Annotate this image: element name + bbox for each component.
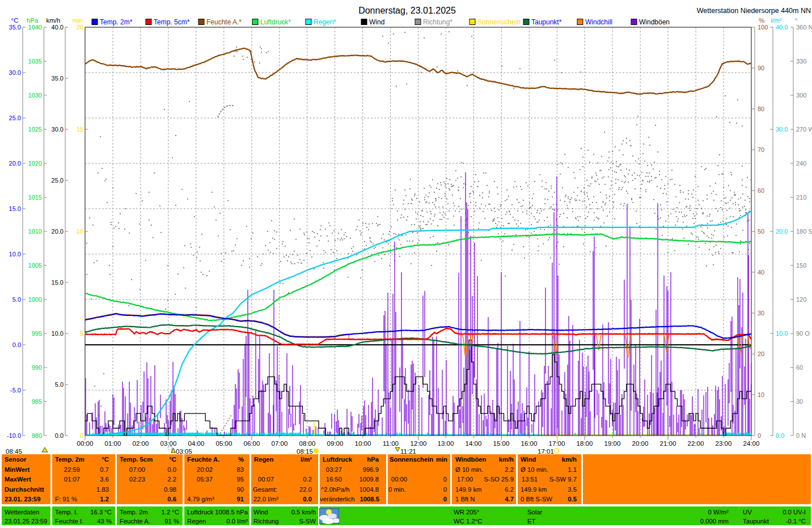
- svg-text:12:00: 12:00: [411, 440, 427, 447]
- svg-text:17:00: 17:00: [549, 440, 565, 447]
- svg-text:min: min: [73, 17, 83, 24]
- svg-text:1030: 1030: [28, 92, 42, 99]
- svg-text:5.0: 5.0: [12, 296, 21, 303]
- svg-text:13:00: 13:00: [438, 440, 454, 447]
- svg-text:18:00: 18:00: [577, 440, 593, 447]
- svg-text:04:00: 04:00: [188, 440, 205, 447]
- svg-text:985: 985: [32, 398, 42, 405]
- svg-text:16:00: 16:00: [521, 440, 538, 447]
- svg-text:25.0: 25.0: [52, 177, 64, 184]
- svg-text:l/m²: l/m²: [771, 17, 781, 24]
- svg-text:30.0: 30.0: [52, 126, 64, 133]
- svg-text:09:00: 09:00: [327, 440, 344, 447]
- svg-text:90: 90: [758, 65, 764, 71]
- svg-text:30.0: 30.0: [9, 69, 21, 76]
- svg-text:Taupunkt*: Taupunkt*: [531, 18, 562, 26]
- svg-text:35.0: 35.0: [9, 24, 21, 31]
- svg-text:0: 0: [80, 432, 83, 439]
- svg-text:15.0: 15.0: [52, 279, 64, 286]
- svg-text:02:00: 02:00: [133, 440, 149, 447]
- svg-text:5: 5: [80, 330, 83, 337]
- svg-text:35.0: 35.0: [52, 75, 64, 82]
- svg-text:03:00: 03:00: [160, 440, 177, 447]
- svg-text:20:00: 20:00: [632, 440, 649, 447]
- svg-text:120: 120: [796, 296, 806, 303]
- svg-text:22:00: 22:00: [688, 440, 704, 447]
- svg-text:360 N: 360 N: [796, 24, 812, 31]
- svg-text:990: 990: [32, 364, 42, 371]
- svg-text:40.0: 40.0: [776, 24, 788, 31]
- svg-text:30: 30: [796, 398, 803, 405]
- svg-text:11:00: 11:00: [383, 440, 399, 447]
- svg-text:980: 980: [32, 432, 42, 439]
- svg-text:90 O: 90 O: [796, 330, 810, 337]
- svg-text:07:00: 07:00: [272, 440, 288, 447]
- svg-text:1025: 1025: [28, 126, 42, 133]
- svg-text:Donnerstag, 23.01.2025: Donnerstag, 23.01.2025: [358, 6, 456, 15]
- svg-text:60: 60: [796, 364, 803, 371]
- svg-text:1000: 1000: [28, 296, 42, 303]
- svg-text:270 W: 270 W: [796, 126, 812, 133]
- svg-text:14:00: 14:00: [466, 440, 482, 447]
- svg-text:330: 330: [796, 58, 806, 65]
- svg-text:05:00: 05:00: [216, 440, 232, 447]
- svg-text:-5.0: -5.0: [10, 387, 21, 394]
- svg-text:15: 15: [77, 126, 83, 133]
- svg-text:1040: 1040: [28, 24, 42, 31]
- svg-text:%: %: [759, 17, 764, 24]
- svg-text:Regen*: Regen*: [314, 18, 336, 26]
- svg-text:Sonnenschein: Sonnenschein: [477, 18, 521, 26]
- svg-text:20.0: 20.0: [9, 160, 21, 167]
- svg-text:0: 0: [758, 432, 761, 439]
- svg-text:21:00: 21:00: [660, 440, 676, 447]
- svg-text:°C: °C: [11, 17, 19, 24]
- svg-text:1035: 1035: [28, 58, 42, 65]
- svg-text:40: 40: [758, 269, 764, 276]
- svg-text:1010: 1010: [28, 228, 42, 235]
- svg-text:1020: 1020: [28, 160, 42, 167]
- svg-text:10: 10: [77, 228, 83, 235]
- svg-text:00:00: 00:00: [77, 440, 94, 447]
- svg-text:995: 995: [32, 330, 42, 337]
- svg-text:08:00: 08:00: [299, 440, 316, 447]
- svg-text:20: 20: [758, 350, 764, 357]
- svg-text:°: °: [795, 17, 798, 24]
- svg-text:100: 100: [758, 24, 768, 31]
- svg-text:Windchill: Windchill: [585, 18, 612, 26]
- svg-text:25.0: 25.0: [9, 115, 21, 121]
- svg-text:180 S: 180 S: [796, 228, 812, 235]
- svg-text:15:00: 15:00: [493, 440, 510, 447]
- svg-text:Temp. 2m*: Temp. 2m*: [100, 18, 133, 26]
- svg-text:1005: 1005: [28, 262, 42, 269]
- svg-text:Temp. 5cm*: Temp. 5cm*: [154, 18, 190, 26]
- svg-text:24:00: 24:00: [743, 440, 760, 447]
- svg-text:Wind: Wind: [369, 18, 384, 26]
- svg-text:20: 20: [77, 24, 83, 31]
- svg-text:240: 240: [796, 160, 806, 167]
- svg-text:15.0: 15.0: [9, 205, 21, 212]
- svg-text:150: 150: [796, 262, 806, 269]
- svg-text:Windböen: Windböen: [639, 18, 670, 26]
- svg-text:10:00: 10:00: [355, 440, 371, 447]
- svg-text:0 N: 0 N: [796, 432, 806, 439]
- svg-text:19:00: 19:00: [604, 440, 621, 447]
- svg-text:0.0: 0.0: [12, 341, 21, 348]
- svg-text:0.0: 0.0: [55, 432, 64, 439]
- svg-text:10.0: 10.0: [9, 251, 21, 257]
- svg-text:hPa: hPa: [27, 17, 39, 24]
- svg-text:20.0: 20.0: [776, 228, 788, 235]
- svg-text:30.0: 30.0: [776, 126, 788, 133]
- svg-text:Richtung*: Richtung*: [423, 18, 452, 26]
- svg-text:80: 80: [758, 105, 764, 112]
- svg-text:10.0: 10.0: [776, 330, 788, 337]
- svg-text:0.0: 0.0: [776, 432, 784, 439]
- svg-text:10: 10: [758, 391, 764, 398]
- svg-text:5.0: 5.0: [55, 381, 64, 388]
- svg-text:40.0: 40.0: [52, 24, 64, 31]
- svg-text:Luftdruck*: Luftdruck*: [260, 18, 291, 26]
- svg-text:50: 50: [758, 228, 764, 235]
- svg-text:210: 210: [796, 194, 806, 201]
- svg-text:km/h: km/h: [46, 17, 61, 24]
- svg-text:Wetterstation Niedersorpe 440m: Wetterstation Niedersorpe 440m NN: [697, 7, 811, 15]
- svg-text:06:00: 06:00: [244, 440, 260, 447]
